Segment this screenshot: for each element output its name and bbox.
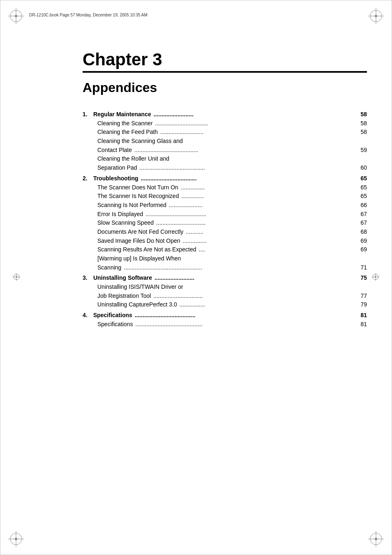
toc-sub-page-1-3: 59 [360,146,367,155]
toc-sub-page-2-3: 66 [360,201,367,210]
toc-page-4: 81 [360,311,367,320]
toc-sub-2-4: Error Is Displayed .....................… [83,210,367,219]
toc-sub-dots-2-4: ...................................... [143,210,360,219]
toc: 1. Regular Maintenance .................… [83,110,367,329]
chapter-label: Chapter 3 [83,50,367,69]
toc-sub-dots-4-1: ........................................… [133,320,360,329]
toc-sub-4-1: Specifications .........................… [83,320,367,329]
toc-title-4: Specifications [92,311,132,320]
toc-sub-title-2-4: Error Is Displayed [97,210,143,219]
toc-main-3: 3. Uninstalling Software ...............… [83,274,367,283]
toc-sub-3-2: Uninstalling CapturePerfect 3.0 ........… [83,300,367,309]
toc-sub-dots-1-3: ........................................ [132,146,360,155]
toc-sub-dots-1-4: ........................................… [137,164,361,173]
toc-section-4: 4. Specifications ......................… [83,311,367,329]
toc-sub-title-1-4a: Cleaning the Roller Unit and [97,154,169,164]
toc-sub-title-3-2: Uninstalling CapturePerfect 3.0 [97,300,177,309]
toc-sub-2-2: The Scanner Is Not Recognized ..........… [83,192,367,201]
toc-dots-2: ................................... [138,174,361,183]
toc-sub-dots-1-1: ................................. [153,119,361,128]
toc-sub-1-4: Cleaning the Roller Unit and Separation … [83,154,367,172]
toc-sub-dots-1-2: ........................... [158,128,360,137]
toc-sub-title-3-1a: Uninstalling ISIS/TWAIN Driver or [97,283,183,292]
toc-sub-title-4-1: Specifications [97,320,133,329]
toc-sub-dots-2-1: ............... [178,183,361,192]
toc-page-1: 58 [360,110,367,119]
toc-sub-page-2-5: 67 [360,219,367,228]
toc-sub-title-2-5: Slow Scanning Speed [97,219,154,228]
toc-sub-dots-2-8: .... [196,245,360,254]
toc-sub-title-1-3a: Cleaning the Scanning Glass and [97,137,183,146]
toc-sub-dots-2-5: ............................... [154,219,360,228]
toc-num-4: 4. [83,311,92,320]
toc-sub-2-1: The Scanner Does Not Turn On ...........… [83,183,367,192]
toc-dots-1: ......................... [151,110,361,119]
toc-sub-page-2-4: 67 [360,210,367,219]
toc-sub-2-7: Saved Image Files Do Not Open ..........… [83,237,367,246]
toc-dots-4: ...................................... [132,311,361,320]
toc-sub-2-3: Scanning Is Not Performed ..............… [83,201,367,210]
toc-main-2: 2. Troubleshooting .....................… [83,174,367,183]
toc-main-4: 4. Specifications ......................… [83,311,367,320]
toc-dots-3: ......................... [152,274,360,283]
toc-sub-page-4-1: 81 [360,320,367,329]
toc-sub-page-2-7: 69 [360,237,367,246]
toc-sub-title-2-6: Documents Are Not Fed Correctly [97,228,183,237]
toc-sub-title-1-2: Cleaning the Feed Path [97,128,158,137]
toc-sub-title-3-1b: Job Registration Tool [97,292,151,301]
toc-sub-dots-2-6: ........... [183,228,360,237]
side-mark-left [13,273,20,282]
appendices-title: Appendices [83,80,367,95]
toc-main-1: 1. Regular Maintenance .................… [83,110,367,119]
toc-section-2: 2. Troubleshooting .....................… [83,174,367,272]
svg-point-23 [375,276,376,278]
toc-num-3: 3. [83,274,92,283]
toc-sub-title-2-1: The Scanner Does Not Turn On [97,183,178,192]
toc-sub-title-2-3: Scanning Is Not Performed [97,201,166,210]
toc-sub-page-2-6: 68 [360,228,367,237]
toc-sub-title-1-4b: Separation Pad [97,164,137,173]
svg-point-19 [16,276,17,278]
toc-title-1: Regular Maintenance [92,110,151,119]
toc-sub-2-6: Documents Are Not Fed Correctly ........… [83,228,367,237]
toc-sub-page-3-1: 77 [360,292,367,301]
side-mark-right [372,273,379,282]
toc-sub-title-2-9b: Scanning [97,263,121,272]
corner-mark-tr [368,8,384,24]
toc-sub-1-3: Cleaning the Scanning Glass and Contact … [83,137,367,154]
toc-num-2: 2. [83,174,92,183]
page: DR-1210C.book Page 57 Monday, December 1… [0,0,392,555]
toc-sub-title-2-2: The Scanner Is Not Recognized [97,192,179,201]
toc-sub-page-2-9: 71 [360,263,367,272]
toc-sub-dots-2-7: ............... [180,237,361,246]
toc-section-3: 3. Uninstalling Software ...............… [83,274,367,309]
toc-section-1: 1. Regular Maintenance .................… [83,110,367,173]
toc-num-1: 1. [83,110,92,119]
corner-mark-tl [8,8,24,24]
toc-page-2: 65 [360,174,367,183]
main-content: Chapter 3 Appendices 1. Regular Maintena… [83,50,367,522]
toc-sub-title-2-9a: [Warming up] Is Displayed When [97,254,181,263]
toc-sub-dots-2-2: .............. [179,192,360,201]
corner-mark-bl [8,531,24,547]
toc-sub-1-2: Cleaning the Feed Path .................… [83,128,367,137]
svg-point-7 [375,15,377,17]
svg-point-3 [15,15,17,17]
toc-sub-2-9: [Warming up] Is Displayed When Scanning … [83,254,367,272]
toc-sub-page-2-8: 69 [360,245,367,254]
toc-title-3: Uninstalling Software [92,274,152,283]
toc-sub-1-1: Cleaning the Scanner ...................… [83,119,367,128]
toc-sub-title-1-3b: Contact Plate [97,146,132,155]
toc-sub-title-2-8: Scanning Results Are Not as Expected [97,245,196,254]
toc-sub-dots-3-1: ............................... [151,292,360,301]
svg-point-15 [375,538,377,540]
toc-sub-dots-2-3: ..................... [166,201,360,210]
toc-sub-title-1-1: Cleaning the Scanner [97,119,153,128]
toc-sub-dots-3-2: ................ [177,300,361,309]
toc-sub-page-2-2: 65 [360,192,367,201]
toc-sub-2-8: Scanning Results Are Not as Expected ...… [83,245,367,254]
file-info-text: DR-1210C.book Page 57 Monday, December 1… [29,13,148,17]
toc-sub-3-1: Uninstalling ISIS/TWAIN Driver or Job Re… [83,283,367,300]
svg-point-11 [15,538,17,540]
header-info: DR-1210C.book Page 57 Monday, December 1… [29,13,363,17]
